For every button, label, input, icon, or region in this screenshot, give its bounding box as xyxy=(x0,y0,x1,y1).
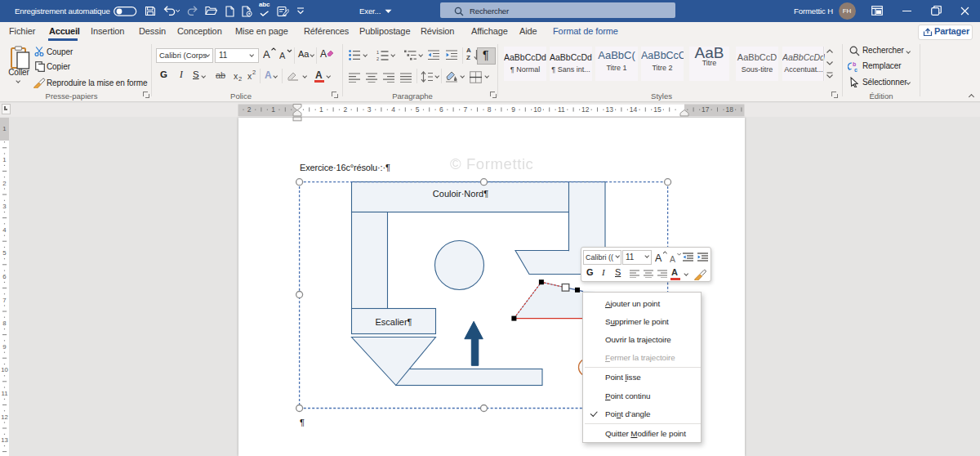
svg-text:A: A xyxy=(670,253,675,263)
svg-text:¶: ¶ xyxy=(300,418,305,427)
svg-text:Exercice·16c°résolu·:·¶: Exercice·16c°résolu·:·¶ xyxy=(300,163,390,172)
svg-text:Couloir·Nord¶: Couloir·Nord¶ xyxy=(433,189,488,199)
svg-text:Escalier¶: Escalier¶ xyxy=(375,317,412,327)
svg-text:© Formettic: © Formettic xyxy=(450,155,533,172)
svg-text:A: A xyxy=(655,253,662,263)
